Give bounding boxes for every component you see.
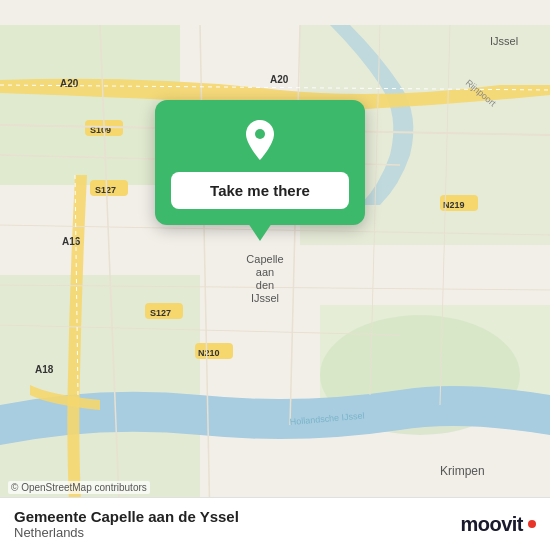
svg-text:Capelle: Capelle — [246, 253, 283, 265]
map-svg: A20 A20 A16 A18 S109 S127 S127 N219 N210 — [0, 0, 550, 550]
svg-rect-1 — [0, 25, 180, 185]
svg-text:A18: A18 — [35, 364, 54, 375]
moovit-dot — [528, 520, 536, 528]
bottom-bar: Gemeente Capelle aan de Yssel Netherland… — [0, 497, 550, 550]
svg-text:A16: A16 — [62, 236, 81, 247]
location-pin-icon — [238, 118, 282, 162]
popup-card: Take me there — [155, 100, 365, 225]
take-me-there-button[interactable]: Take me there — [171, 172, 349, 209]
moovit-logo-text: moovit — [460, 513, 523, 536]
svg-text:den: den — [256, 279, 274, 291]
svg-text:aan: aan — [256, 266, 274, 278]
map-attribution: © OpenStreetMap contributors — [8, 481, 150, 494]
moovit-logo: moovit — [460, 513, 536, 536]
place-info: Gemeente Capelle aan de Yssel Netherland… — [14, 508, 239, 540]
place-name: Gemeente Capelle aan de Yssel — [14, 508, 239, 525]
svg-text:N210: N210 — [198, 348, 220, 358]
svg-text:IJssel: IJssel — [251, 292, 279, 304]
map-container: A20 A20 A16 A18 S109 S127 S127 N219 N210 — [0, 0, 550, 550]
svg-point-40 — [255, 129, 265, 139]
svg-text:N219: N219 — [443, 200, 465, 210]
svg-text:IJssel: IJssel — [490, 35, 518, 47]
svg-text:S127: S127 — [150, 308, 171, 318]
svg-text:S127: S127 — [95, 185, 116, 195]
popup-tail — [248, 223, 272, 241]
svg-text:A20: A20 — [270, 74, 289, 85]
svg-text:Krimpen: Krimpen — [440, 464, 485, 478]
place-country: Netherlands — [14, 525, 239, 540]
svg-text:A20: A20 — [60, 78, 79, 89]
